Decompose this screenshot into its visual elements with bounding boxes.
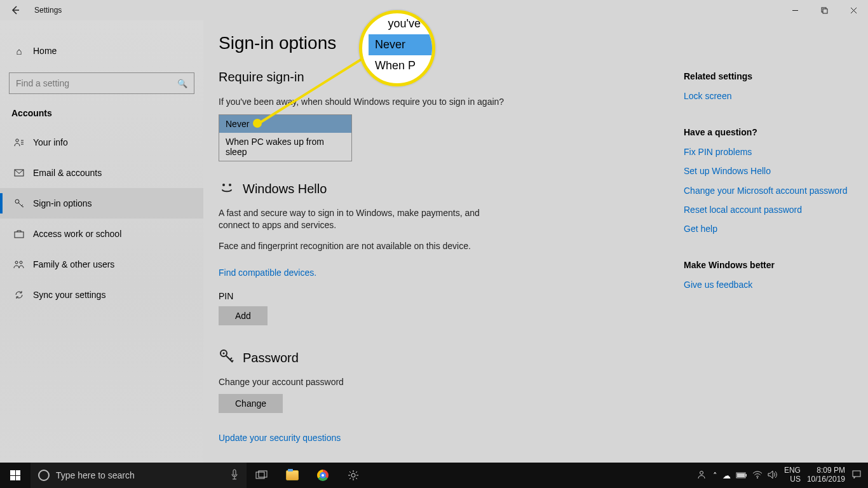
close-button[interactable] bbox=[839, 0, 868, 20]
maximize-button[interactable] bbox=[810, 0, 839, 20]
lock-screen-link[interactable]: Lock screen bbox=[684, 90, 849, 102]
sidebar-item-label: Sign-in options bbox=[33, 198, 92, 208]
sidebar-item-email[interactable]: Email & accounts bbox=[0, 158, 203, 188]
password-key-icon bbox=[219, 348, 235, 369]
pin-add-button[interactable]: Add bbox=[219, 306, 268, 325]
find-devices-link[interactable]: Find compatible devices. bbox=[219, 268, 316, 278]
sidebar-item-label: Email & accounts bbox=[33, 168, 102, 178]
reset-local-password-link[interactable]: Reset local account password bbox=[684, 204, 849, 215]
svg-point-2 bbox=[16, 139, 18, 142]
mail-icon bbox=[11, 169, 27, 177]
dropdown-option-when-wakes[interactable]: When PC wakes up from sleep bbox=[219, 133, 351, 161]
svg-point-8 bbox=[222, 184, 225, 186]
svg-point-17 bbox=[700, 471, 703, 475]
sidebar-item-label: Access work or school bbox=[33, 229, 121, 239]
sidebar-item-family[interactable]: Family & other users bbox=[0, 249, 203, 280]
start-button[interactable] bbox=[0, 463, 31, 488]
taskbar-explorer[interactable] bbox=[277, 463, 308, 488]
cortana-icon bbox=[38, 470, 50, 481]
sidebar-item-label: Your info bbox=[33, 137, 68, 147]
home-icon: ⌂ bbox=[11, 46, 27, 57]
sidebar-item-sync[interactable]: Sync your settings bbox=[0, 280, 203, 310]
fix-pin-link[interactable]: Fix PIN problems bbox=[684, 146, 849, 158]
password-desc: Change your account password bbox=[219, 376, 662, 388]
get-help-link[interactable]: Get help bbox=[684, 223, 849, 234]
file-explorer-icon bbox=[286, 470, 299, 480]
taskbar-settings[interactable] bbox=[338, 463, 369, 488]
windows-logo-icon bbox=[10, 470, 20, 480]
window-title: Settings bbox=[34, 6, 62, 15]
svg-rect-19 bbox=[745, 474, 747, 477]
settings-window: Settings ⌂ Home 🔍 Accounts Your info bbox=[0, 0, 868, 463]
system-tray[interactable]: ˄ ☁ bbox=[713, 470, 778, 481]
hello-header: Windows Hello bbox=[243, 182, 327, 196]
chrome-icon bbox=[317, 470, 329, 481]
svg-point-11 bbox=[223, 352, 225, 354]
back-button[interactable] bbox=[0, 0, 31, 20]
hello-desc-2: Face and fingerprint recognition are not… bbox=[219, 240, 485, 252]
require-signin-header: Require sign-in bbox=[219, 70, 662, 85]
page-title: Sign-in options bbox=[219, 33, 662, 53]
sidebar-search[interactable]: 🔍 bbox=[9, 72, 194, 94]
pin-label: PIN bbox=[219, 291, 662, 301]
briefcase-icon bbox=[11, 229, 27, 238]
update-security-questions-link[interactable]: Update your security questions bbox=[219, 433, 341, 443]
task-view-button[interactable] bbox=[247, 463, 277, 488]
people-tray-icon[interactable] bbox=[696, 470, 707, 481]
related-settings-header: Related settings bbox=[684, 71, 849, 81]
language-indicator[interactable]: ENG US bbox=[784, 466, 801, 484]
back-arrow-icon bbox=[10, 5, 20, 15]
wifi-icon[interactable] bbox=[752, 471, 763, 480]
taskbar: Type here to search ˄ ☁ ENG bbox=[0, 463, 868, 488]
require-signin-desc: If you've been away, when should Windows… bbox=[219, 96, 662, 108]
clock[interactable]: 8:09 PM 10/16/2019 bbox=[807, 466, 845, 484]
svg-point-21 bbox=[757, 477, 758, 478]
svg-point-16 bbox=[351, 473, 355, 477]
mic-icon[interactable] bbox=[230, 469, 239, 482]
svg-rect-5 bbox=[15, 232, 24, 238]
svg-rect-1 bbox=[823, 9, 827, 13]
hello-desc-1: A fast and secure way to sign in to Wind… bbox=[219, 207, 485, 231]
svg-point-9 bbox=[229, 184, 231, 186]
make-better-header: Make Windows better bbox=[684, 260, 849, 270]
battery-icon[interactable] bbox=[736, 471, 747, 480]
require-signin-dropdown[interactable]: Never When PC wakes up from sleep bbox=[219, 114, 352, 161]
svg-rect-22 bbox=[853, 471, 860, 477]
setup-hello-link[interactable]: Set up Windows Hello bbox=[684, 165, 849, 177]
dropdown-option-never[interactable]: Never bbox=[219, 115, 351, 133]
password-header: Password bbox=[243, 351, 299, 365]
svg-point-7 bbox=[20, 261, 22, 264]
svg-point-6 bbox=[15, 261, 18, 264]
svg-rect-13 bbox=[233, 470, 236, 475]
right-column: Related settings Lock screen Have a ques… bbox=[677, 20, 868, 463]
person-icon bbox=[11, 138, 27, 147]
sidebar-item-label: Family & other users bbox=[33, 259, 114, 269]
onedrive-icon[interactable]: ☁ bbox=[722, 471, 731, 480]
gear-icon bbox=[348, 470, 359, 481]
question-header: Have a question? bbox=[684, 127, 849, 137]
people-icon bbox=[11, 260, 27, 269]
sidebar-item-label: Sync your settings bbox=[33, 290, 105, 300]
taskbar-search[interactable]: Type here to search bbox=[31, 463, 247, 488]
tray-chevron-icon[interactable]: ˄ bbox=[713, 471, 717, 480]
sync-icon bbox=[11, 290, 27, 300]
search-icon: 🔍 bbox=[177, 79, 187, 88]
sidebar-group-header: Accounts bbox=[0, 108, 203, 127]
volume-icon[interactable] bbox=[768, 470, 778, 481]
minimize-button[interactable] bbox=[780, 0, 810, 20]
sidebar-home-label: Home bbox=[33, 46, 57, 56]
sidebar-item-signin[interactable]: Sign-in options bbox=[0, 188, 203, 219]
sidebar-item-your-info[interactable]: Your info bbox=[0, 127, 203, 158]
svg-rect-20 bbox=[737, 473, 745, 477]
main-content: Sign-in options Require sign-in If you'v… bbox=[203, 20, 677, 463]
change-ms-password-link[interactable]: Change your Microsoft account password bbox=[684, 185, 849, 196]
titlebar: Settings bbox=[0, 0, 868, 20]
action-center-icon[interactable] bbox=[851, 470, 862, 481]
feedback-link[interactable]: Give us feedback bbox=[684, 279, 849, 290]
sidebar-item-work[interactable]: Access work or school bbox=[0, 219, 203, 249]
taskbar-search-placeholder: Type here to search bbox=[56, 470, 135, 480]
sidebar-home[interactable]: ⌂ Home bbox=[0, 38, 203, 64]
taskbar-chrome[interactable] bbox=[308, 463, 338, 488]
password-change-button[interactable]: Change bbox=[219, 394, 283, 413]
search-input[interactable] bbox=[16, 78, 177, 88]
